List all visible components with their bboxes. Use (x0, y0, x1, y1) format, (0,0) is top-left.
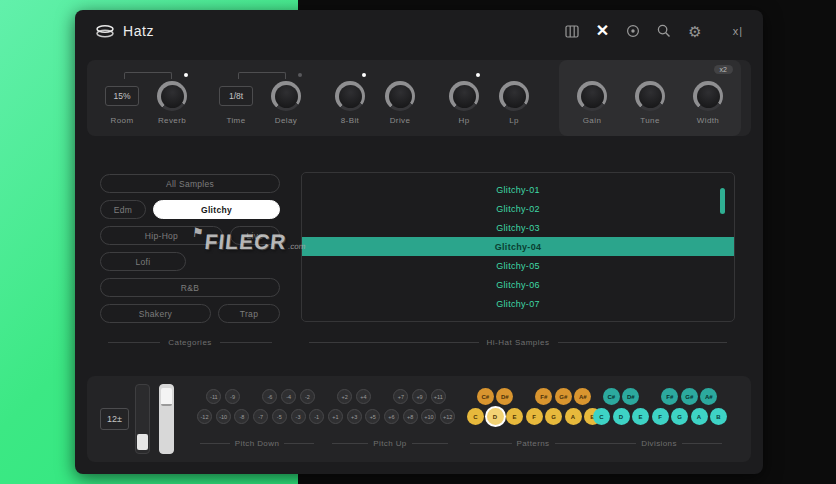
fader-handle[interactable] (137, 434, 148, 450)
pattern-note-a-[interactable]: A# (574, 388, 591, 405)
pitch-button-+3[interactable]: +3 (347, 409, 362, 424)
delay-label: Delay (275, 116, 297, 125)
pitch-button-+9[interactable]: +9 (412, 389, 427, 404)
pattern-note-g-[interactable]: G# (555, 388, 572, 405)
drive-knob[interactable] (385, 81, 415, 111)
division-note-d[interactable]: D (613, 408, 630, 425)
category-pill-r-b[interactable]: R&B (100, 278, 280, 297)
fx-group-time: 1/8tTime (211, 71, 261, 125)
sample-row[interactable]: Glitchy-02 (302, 199, 734, 218)
pitch-button-+7[interactable]: +7 (393, 389, 408, 404)
division-note-c-[interactable]: C# (603, 388, 620, 405)
sample-row[interactable]: Glitchy-07 (302, 294, 734, 313)
division-note-a[interactable]: A (691, 408, 708, 425)
category-pill-shakery[interactable]: Shakery (100, 304, 211, 323)
category-pill-trap[interactable]: Trap (218, 304, 280, 323)
hp-knob[interactable] (449, 81, 479, 111)
pitch-button--2[interactable]: -2 (300, 389, 315, 404)
room-value-box[interactable]: 15% (105, 86, 139, 106)
sample-scrollbar[interactable] (720, 188, 725, 214)
fx-group-lp: Lp (489, 71, 539, 125)
pitch-button--6[interactable]: -6 (262, 389, 277, 404)
fader-right[interactable] (159, 384, 174, 454)
category-pill-edm[interactable]: Edm (100, 200, 146, 219)
pattern-note-f-[interactable]: F# (535, 388, 552, 405)
gain-knob[interactable] (577, 81, 607, 111)
time-value-box[interactable]: 1/8t (219, 86, 253, 106)
pitch-button-+5[interactable]: +5 (365, 409, 380, 424)
patterns-label: Patterns (465, 439, 601, 448)
pattern-note-d-[interactable]: D# (496, 388, 513, 405)
pitch-button--8[interactable]: -8 (234, 409, 249, 424)
category-pill-live[interactable]: Live (230, 226, 280, 245)
pitch-button-+6[interactable]: +6 (384, 409, 399, 424)
pitch-button-+1[interactable]: +1 (328, 409, 343, 424)
category-pill-glitchy[interactable]: Glitchy (153, 200, 280, 219)
pattern-note-c[interactable]: C (467, 408, 484, 425)
led-indicator (362, 73, 366, 77)
category-pill-hip-hop[interactable]: Hip-Hop (100, 226, 223, 245)
pitch-button--4[interactable]: -4 (281, 389, 296, 404)
division-note-d-[interactable]: D# (622, 388, 639, 405)
pitch-button-+4[interactable]: +4 (356, 389, 371, 404)
8-bit-knob[interactable] (335, 81, 365, 111)
sample-row[interactable]: Glitchy-06 (302, 275, 734, 294)
pitch-button-+8[interactable]: +8 (403, 409, 418, 424)
close-icon[interactable]: ✕ (596, 23, 609, 39)
drive-label: Drive (390, 116, 411, 125)
sample-row[interactable]: Glitchy-05 (302, 256, 734, 275)
division-note-e[interactable]: E (632, 408, 649, 425)
sample-row[interactable]: Glitchy-01 (302, 180, 734, 199)
pitch-button-+12[interactable]: +12 (440, 409, 455, 424)
division-note-b[interactable]: B (710, 408, 727, 425)
category-pill-all-samples[interactable]: All Samples (100, 174, 280, 193)
pattern-note-e[interactable]: E (506, 408, 523, 425)
sample-row[interactable]: Glitchy-03 (302, 218, 734, 237)
resize-icon[interactable]: x| (733, 26, 743, 37)
pitch-button-+10[interactable]: +10 (421, 409, 436, 424)
gain-label: Gain (583, 116, 602, 125)
sample-list: Glitchy-01Glitchy-02Glitchy-03Glitchy-04… (301, 172, 735, 322)
reverb-label: Reverb (158, 116, 186, 125)
delay-knob[interactable] (271, 81, 301, 111)
gear-icon[interactable]: ⚙ (688, 24, 701, 39)
hp-label: Hp (458, 116, 469, 125)
grid-icon[interactable] (565, 25, 579, 38)
lp-knob[interactable] (499, 81, 529, 111)
pattern-note-f[interactable]: F (526, 408, 543, 425)
division-note-c[interactable]: C (593, 408, 610, 425)
pitch-button--7[interactable]: -7 (253, 409, 268, 424)
pattern-note-d[interactable]: D (487, 408, 504, 425)
search-icon[interactable] (657, 24, 671, 38)
pattern-note-a[interactable]: A (565, 408, 582, 425)
division-note-f[interactable]: F (652, 408, 669, 425)
division-note-g[interactable]: G (671, 408, 688, 425)
pitch-button--1[interactable]: -1 (309, 409, 324, 424)
fader-handle[interactable] (161, 388, 172, 406)
led-indicator (184, 73, 188, 77)
pitch-button--12[interactable]: -12 (197, 409, 212, 424)
fx-groups: 15%RoomReverb1/8tTimeDelay8-BitDriveHpLp (97, 71, 539, 125)
pitch-button-+2[interactable]: +2 (337, 389, 352, 404)
category-pill-lofi[interactable]: Lofi (100, 252, 186, 271)
reverb-knob[interactable] (157, 81, 187, 111)
pattern-note-c-[interactable]: C# (477, 388, 494, 405)
pitch-button--10[interactable]: -10 (216, 409, 231, 424)
tune-knob[interactable] (635, 81, 665, 111)
pitch-button--9[interactable]: -9 (225, 389, 240, 404)
record-icon[interactable] (626, 24, 640, 38)
division-note-g-[interactable]: G# (681, 388, 698, 405)
pitch-button-+11[interactable]: +11 (431, 389, 446, 404)
division-note-a-[interactable]: A# (700, 388, 717, 405)
fx-group-width: Width (683, 71, 733, 125)
pitch-button--3[interactable]: -3 (291, 409, 306, 424)
semitone-range-box[interactable]: 12± (100, 408, 129, 430)
division-note-f-[interactable]: F# (661, 388, 678, 405)
fx-group-delay: Delay (261, 71, 311, 125)
pitch-button--5[interactable]: -5 (272, 409, 287, 424)
sample-row[interactable]: Glitchy-04 (302, 237, 734, 256)
pattern-note-g[interactable]: G (545, 408, 562, 425)
fader-left[interactable] (135, 384, 150, 454)
width-knob[interactable] (693, 81, 723, 111)
pitch-button--11[interactable]: -11 (206, 389, 221, 404)
